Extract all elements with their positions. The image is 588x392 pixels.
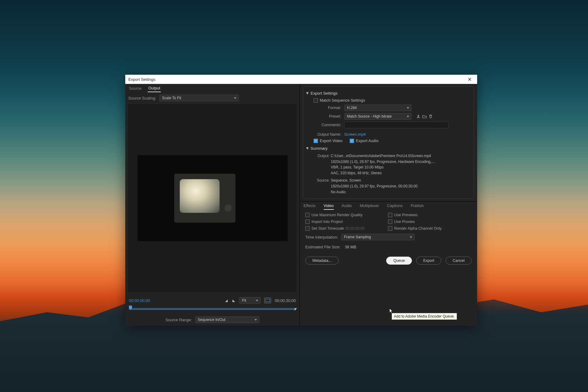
start-timecode-value: 00;00;00;00 [345,226,364,231]
tab-audio[interactable]: Audio [342,203,352,210]
output-name-label: Output Name: [314,132,341,137]
queue-button[interactable]: Queue [386,257,412,265]
tab-publish[interactable]: Publish [411,203,424,210]
export-video-label: Export Video [320,138,342,143]
chevron-down-icon: ▶ [306,147,309,150]
match-sequence-label: Match Sequence Settings [320,98,365,103]
zoom-fit-select[interactable]: Fit [239,297,261,304]
format-label: Format: [314,106,341,110]
import-preset-icon[interactable] [421,113,428,119]
source-range-select[interactable]: Sequence In/Out [195,316,259,323]
source-range-label: Source Range: [165,318,192,322]
tab-video[interactable]: Video [324,203,334,210]
comments-label: Comments: [314,123,341,127]
render-alpha-checkbox[interactable] [388,226,392,231]
timecode-in[interactable]: 00;00;00;00 [129,298,150,303]
tab-source[interactable]: Source [128,85,142,92]
preset-select[interactable]: Match Source - High bitrate [344,113,412,120]
metadata-button[interactable]: Metadata... [305,257,339,265]
export-audio-label: Export Audio [356,138,379,143]
comments-input[interactable] [344,122,448,128]
summary-header[interactable]: ▶ Summary [306,146,471,151]
cancel-button[interactable]: Cancel [446,257,472,265]
file-size-label: Estimated File Size: [305,245,341,249]
timecode-out[interactable]: 00;00;30;00 [275,298,296,303]
file-size-value: 38 MB [345,245,356,249]
use-previews-checkbox[interactable] [388,213,392,217]
preview-panel: Source Output Source Scaling: Scale To F… [125,84,300,326]
export-audio-checkbox[interactable] [350,139,354,143]
format-select[interactable]: H.264 [344,104,412,111]
output-name-link[interactable]: Screen.mp4 [344,132,366,137]
settings-panel: ▶ Export Settings Match Sequence Setting… [300,84,477,326]
export-button[interactable]: Export [416,257,441,265]
export-video-checkbox[interactable] [314,139,318,143]
close-icon[interactable]: ✕ [465,76,474,83]
max-render-checkbox[interactable] [305,213,310,217]
preset-label: Preset: [314,114,341,119]
mark-out-icon[interactable]: ◣ [232,298,236,303]
tab-captions[interactable]: Captions [387,203,403,210]
cursor-icon [389,308,394,314]
summary-source-text: Sequence, Screen 1920x1080 (1.0), 29.97 … [331,178,418,195]
aspect-ratio-icon[interactable] [264,298,271,303]
mark-in-icon[interactable]: ◢ [224,298,228,303]
delete-preset-icon[interactable] [428,113,434,119]
save-preset-icon[interactable] [415,113,421,119]
export-settings-header[interactable]: ▶ Export Settings [306,91,471,96]
import-project-checkbox[interactable] [305,220,310,224]
source-scaling-select[interactable]: Scale To Fit [159,95,239,101]
timeline-scrubber[interactable]: ◤ [129,307,296,311]
start-timecode-checkbox[interactable] [305,226,310,231]
source-scaling-label: Source Scaling: [128,96,156,100]
time-interp-select[interactable]: Frame Sampling [341,234,415,240]
video-preview [128,104,296,292]
dialog-titlebar: Export Settings ✕ [125,75,477,84]
tab-effects[interactable]: Effects [303,203,316,210]
queue-tooltip: Add to Adobe Media Encoder Queue. [392,313,457,320]
time-interp-label: Time Interpolation: [305,235,338,239]
match-sequence-checkbox[interactable] [314,98,318,103]
use-proxies-checkbox[interactable] [388,220,392,224]
summary-output-text: C:\User...e\Documents\Adobe\Premiere Pro… [331,153,435,176]
chevron-down-icon: ▶ [306,92,309,95]
tab-output[interactable]: Output [148,85,161,92]
tab-multiplexer[interactable]: Multiplexer [360,203,379,210]
dialog-title: Export Settings [128,77,155,82]
export-settings-dialog: Export Settings ✕ Source Output Source S… [125,75,477,326]
